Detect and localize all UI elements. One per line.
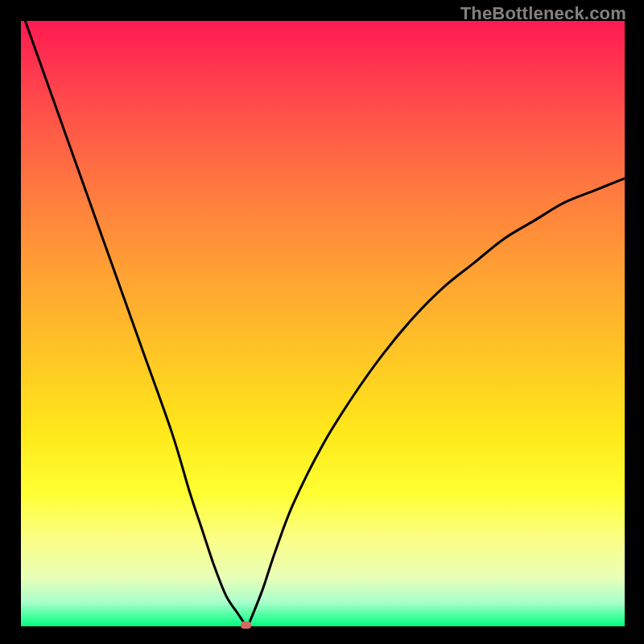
bottleneck-curve: [21, 21, 625, 626]
chart-area: [21, 21, 625, 626]
min-marker: [241, 621, 251, 629]
